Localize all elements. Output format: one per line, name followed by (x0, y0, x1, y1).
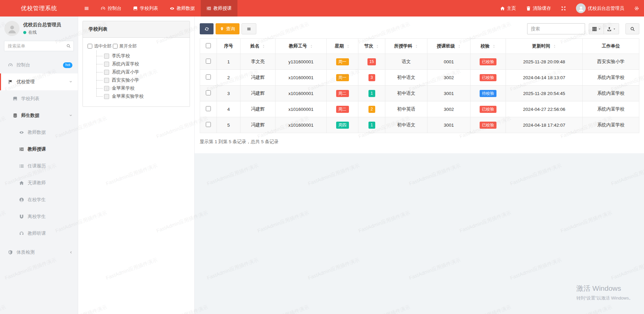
check-all-checkbox[interactable] (88, 44, 92, 49)
sidebar-item-teacher-data[interactable]: 教师数据 (0, 124, 78, 141)
query-button[interactable]: 查询 (216, 23, 239, 34)
magnet-icon (19, 214, 24, 219)
trash-icon (526, 6, 531, 11)
search-icon (66, 44, 71, 48)
row-checkbox[interactable] (206, 90, 211, 95)
row-checkbox[interactable] (206, 59, 211, 64)
top-navbar: 优校管理系统 控制台学校列表教师数据教师授课 主页 清除缓存 优校后台总管理员 (0, 0, 644, 17)
map-pin-icon (220, 27, 224, 31)
sidebar-item-no-course-teacher[interactable]: 无课教师 (0, 175, 78, 191)
row-checkbox[interactable] (206, 122, 211, 127)
school-tree-column: 学校列表 选中全部 展开全部 李氏学校系统内置学校系统内置小学西安实验小学金苹果… (78, 17, 195, 314)
cell-verify: 待校验 (471, 86, 506, 101)
cell-updated: 2024-04-14 18:13:07 (506, 70, 583, 86)
teacher-course-table: 序号姓名教师工号星期节次所授学科授课班级校验更新时间工作单位 1李文亮y1316… (200, 38, 639, 133)
sidebar-toggle-button[interactable] (78, 0, 95, 17)
tree-item[interactable]: 系统内置学校 (96, 60, 186, 68)
table-row: 4冯建辉x101600001周二2初中英语3002已校验2024-04-27 2… (200, 101, 639, 117)
grid-icon (592, 27, 597, 31)
table-search-input[interactable] (527, 23, 585, 34)
settings-button[interactable] (629, 0, 644, 17)
cell-class-no: 3001 (427, 86, 471, 101)
menu-search-input[interactable] (4, 41, 74, 51)
cell-updated: 2024-04-18 17:42:07 (506, 117, 583, 133)
nav-tab-teacher-course[interactable]: 教师授课 (201, 0, 237, 17)
tree-item-checkbox[interactable] (104, 78, 109, 83)
column-header: 序号 (217, 39, 240, 54)
tree-item[interactable]: 系统内置小学 (96, 68, 186, 76)
tree-item[interactable]: 金苹果实验学校 (96, 92, 186, 100)
user-menu[interactable]: 优校后台总管理员 (571, 0, 629, 17)
nav-tab-label: 教师授课 (214, 5, 232, 11)
cell-index: 2 (217, 70, 240, 86)
row-checkbox[interactable] (206, 74, 211, 80)
sidebar-item-teacher-listen[interactable]: 教师听课 (0, 225, 78, 242)
sort-icon (346, 44, 350, 49)
tree-item[interactable]: 金苹果学校 (96, 84, 186, 92)
cell-name: 冯建辉 (240, 101, 276, 117)
status-badge: 已校验 (480, 122, 496, 129)
cell-index: 1 (217, 54, 240, 70)
tree-item[interactable]: 西安实验小学 (96, 76, 186, 84)
sidebar-item-school-list[interactable]: 学校列表 (0, 90, 78, 107)
column-header[interactable]: 更新时间 (506, 39, 583, 54)
expand-all-checkbox[interactable] (113, 44, 118, 49)
fullscreen-button[interactable] (556, 0, 571, 17)
sidebar-item-teacher-course[interactable]: 教师授课 (0, 141, 78, 158)
column-header[interactable]: 授课班级 (427, 39, 471, 54)
nav-tab-dashboard[interactable]: 控制台 (95, 0, 127, 17)
cell-school: 系统内置学校 (583, 117, 639, 133)
common-search-toggle-button[interactable] (242, 23, 256, 34)
cell-name: 冯建辉 (240, 117, 276, 133)
cell-subject: 语文 (385, 54, 427, 70)
school-tree: 李氏学校系统内置学校系统内置小学西安实验小学金苹果学校金苹果实验学校 (96, 52, 186, 100)
sidebar-item-course-history[interactable]: 任课履历 (0, 158, 78, 175)
sidebar-item-teacher-student-data[interactable]: 师生数据 (0, 107, 78, 124)
cell-period: 15 (358, 54, 385, 70)
sort-icon (376, 44, 379, 49)
cell-period: 1 (358, 117, 385, 133)
sort-icon (310, 44, 313, 49)
nav-tab-teacher-data[interactable]: 教师数据 (164, 0, 201, 17)
cell-weekday: 周一 (327, 54, 358, 70)
column-header[interactable]: 节次 (358, 39, 385, 54)
tree-item-checkbox[interactable] (104, 86, 109, 91)
column-header[interactable]: 校验 (471, 39, 506, 54)
tree-item-checkbox[interactable] (104, 70, 109, 75)
sidebar-item-dashboard[interactable]: 控制台hot (0, 57, 78, 73)
clear-cache-button[interactable]: 清除缓存 (521, 0, 556, 17)
select-all-checkbox[interactable] (206, 43, 211, 48)
cell-verify: 已校验 (471, 70, 506, 86)
sidebar-item-physical-test[interactable]: 体质检测 (0, 244, 78, 261)
book-icon (13, 96, 18, 101)
tree-item-checkbox[interactable] (104, 62, 109, 67)
columns-dropdown-button[interactable] (589, 23, 604, 34)
bars-icon (247, 27, 251, 31)
column-header[interactable]: 所授学科 (385, 39, 427, 54)
handshake-icon (170, 6, 174, 11)
tree-item[interactable]: 李氏学校 (96, 52, 186, 60)
sidebar-item-left-school-student[interactable]: 离校学生 (0, 208, 78, 225)
column-header[interactable]: 姓名 (240, 39, 276, 54)
status-badge: 3 (368, 74, 375, 81)
tree-item-checkbox[interactable] (104, 94, 109, 99)
export-dropdown-button[interactable] (604, 23, 619, 34)
column-header[interactable]: 教师工号 (276, 39, 327, 54)
row-checkbox[interactable] (206, 106, 211, 111)
expand-all-control[interactable]: 展开全部 (113, 43, 137, 49)
check-all-control[interactable]: 选中全部 (88, 43, 111, 49)
sort-icon (553, 44, 556, 49)
tree-item-checkbox[interactable] (104, 54, 109, 59)
cell-verify: 已校验 (471, 117, 506, 133)
home-link[interactable]: 主页 (495, 0, 521, 17)
status-badge: 15 (367, 58, 376, 65)
column-header[interactable]: 星期 (327, 39, 358, 54)
status-badge: 周一 (336, 74, 349, 81)
refresh-button[interactable] (200, 23, 214, 34)
table-row: 5冯建辉x101600001周四1初中语文3001已校验2024-04-18 1… (200, 117, 639, 133)
search-button[interactable] (625, 23, 639, 34)
sidebar-item-in-school-student[interactable]: 在校学生 (0, 191, 78, 208)
hot-badge: hot (63, 62, 72, 68)
nav-tab-school-list[interactable]: 学校列表 (127, 0, 164, 17)
sidebar-item-school-mgmt[interactable]: 优校管理 (0, 73, 78, 90)
